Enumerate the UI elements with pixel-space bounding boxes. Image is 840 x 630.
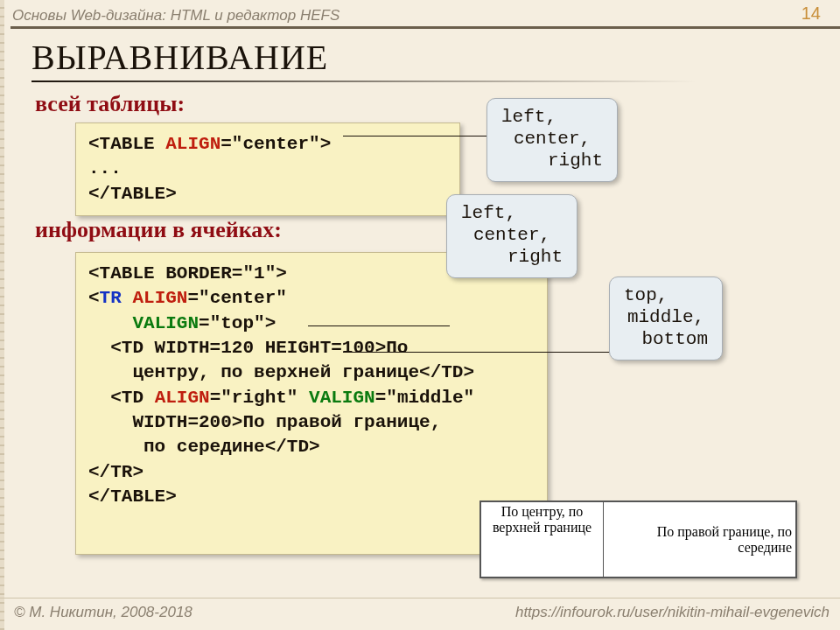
course-title: Основы Web-дизайна: HTML и редактор HEFS <box>12 7 340 24</box>
callout-connector <box>343 352 612 353</box>
demo-cell-centered-top: По центру, по верхней границе <box>481 502 604 578</box>
code-block-table-align: <TABLE ALIGN="center"> ... </TABLE> <box>75 122 460 216</box>
page-number: 14 <box>802 4 821 24</box>
code-line: </TR> <box>88 460 535 485</box>
code-text: < <box>88 288 100 308</box>
section1-heading: всей таблицы: <box>35 91 185 117</box>
code-text: ="right" <box>210 388 309 408</box>
callout-line: center, <box>501 128 603 150</box>
tag-tr: TR <box>100 288 133 308</box>
title-underline <box>32 80 696 82</box>
code-text: ... <box>88 158 122 178</box>
attr-align: ALIGN <box>132 288 187 308</box>
code-text <box>88 313 132 333</box>
callout-line: middle, <box>624 306 708 328</box>
code-text: ="center" <box>187 288 286 308</box>
code-line: </TABLE> <box>88 485 535 509</box>
attr-valign: VALIGN <box>132 313 199 333</box>
callout-line: left, <box>461 202 563 224</box>
footer-url: https://infourok.ru/user/nikitin-mihail-… <box>515 604 830 621</box>
code-text: ="top"> <box>199 313 276 333</box>
slide-title: ВЫРАВНИВАНИЕ <box>32 37 328 78</box>
callout-line: left, <box>501 106 603 128</box>
header-rule <box>10 26 840 29</box>
code-line: центру, по верхней границе</TD> <box>88 360 535 385</box>
demo-cell-right-middle: По правой границе, по середине <box>604 502 796 578</box>
callout-align-values: left, center, right <box>486 98 618 182</box>
code-line: <TR ALIGN="center" <box>88 286 535 311</box>
callout-valign-values: top, middle, bottom <box>609 276 723 360</box>
callout-line: center, <box>461 224 563 246</box>
attr-align: ALIGN <box>155 388 210 408</box>
callout-connector <box>308 326 450 326</box>
code-line: VALIGN="top"> <box>88 312 535 336</box>
callout-connector <box>343 136 490 136</box>
footer-copyright: © М. Никитин, 2008-2018 <box>14 604 192 621</box>
section2-heading: информации в ячейках: <box>35 217 282 243</box>
code-line: WIDTH=200>По правой границе, <box>88 410 535 435</box>
rendered-table-example: По центру, по верхней границе По правой … <box>480 500 797 578</box>
code-block-cell-align: <TABLE BORDER="1"> <TR ALIGN="center" VA… <box>75 252 548 555</box>
attr-valign: VALIGN <box>309 388 375 408</box>
code-text: ="middle" <box>375 388 474 408</box>
attr-align: ALIGN <box>165 134 220 154</box>
code-line: <TD WIDTH=120 HEIGHT=100>По <box>88 336 535 360</box>
code-text: TABLE <box>100 134 166 154</box>
code-text: <TD <box>88 388 155 408</box>
callout-align-values: left, center, right <box>446 194 578 278</box>
callout-line: right <box>501 150 603 172</box>
footer-rule <box>0 598 840 598</box>
code-line: по середине</TD> <box>88 435 535 459</box>
code-text: </TABLE> <box>88 184 177 204</box>
code-text: ="center"> <box>220 134 331 154</box>
decorative-left-bar <box>0 0 4 630</box>
callout-line: right <box>461 246 563 268</box>
code-text: < <box>88 134 100 154</box>
callout-line: top, <box>624 284 708 306</box>
code-line: <TD ALIGN="right" VALIGN="middle" <box>88 386 535 410</box>
callout-line: bottom <box>624 328 708 350</box>
